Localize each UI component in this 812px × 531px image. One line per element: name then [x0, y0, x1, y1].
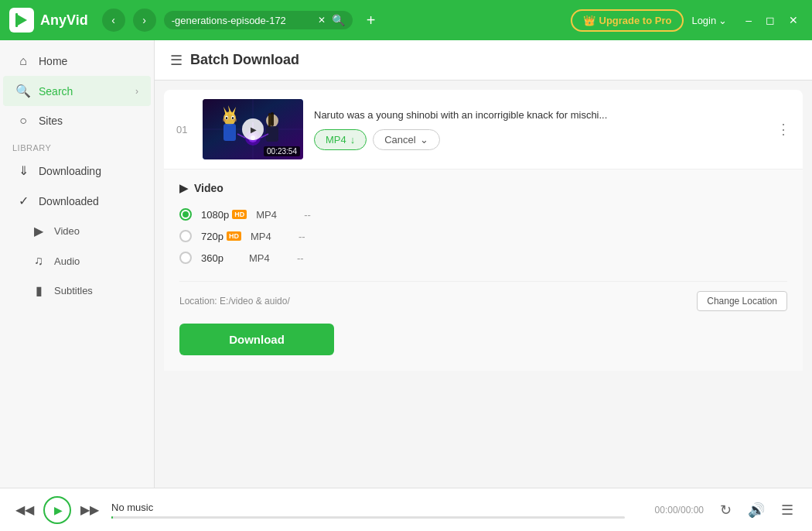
- login-button[interactable]: Login ⌄: [691, 15, 727, 26]
- svg-rect-20: [268, 113, 271, 127]
- track-name: No music: [111, 502, 625, 513]
- progress-fill: [111, 516, 113, 519]
- tab-text: -generations-episode-172: [172, 15, 312, 26]
- sidebar-downloaded-label: Downloaded: [39, 195, 138, 207]
- next-button[interactable]: ▶▶: [77, 498, 102, 522]
- sidebar-downloading-label: Downloading: [39, 165, 138, 177]
- format-button[interactable]: MP4 ↓: [314, 129, 367, 150]
- quality-label-720p: 720p HD: [201, 231, 241, 242]
- hd-badge-1080p: HD: [232, 210, 247, 219]
- player-bar: ◀◀ ▶ ▶▶ No music 00:00/00:00 ↻ 🔊 ☰: [0, 488, 812, 531]
- sidebar: ⌂ Home 🔍 Search › ○ Sites Library ⇓ Down…: [0, 40, 155, 488]
- video-icon: ▶: [31, 224, 46, 238]
- change-location-button[interactable]: Change Location: [697, 291, 787, 311]
- login-chevron-icon: ⌄: [718, 15, 727, 26]
- back-button[interactable]: ‹: [102, 9, 125, 32]
- sidebar-item-downloading[interactable]: ⇓ Downloading: [3, 156, 151, 186]
- batch-header: ☰ Batch Download: [155, 40, 812, 81]
- time-display: 00:00/00:00: [634, 505, 704, 516]
- logo-area: AnyVid: [9, 8, 88, 33]
- radio-360p[interactable]: [179, 252, 192, 264]
- quality-section-title: ▶ Video: [179, 182, 787, 194]
- quality-option-1080p[interactable]: 1080p HD MP4 --: [179, 204, 787, 225]
- size-1080p: --: [304, 209, 311, 221]
- play-pause-button[interactable]: ▶: [43, 496, 71, 524]
- player-right-controls: ↻ 🔊 ☰: [713, 498, 800, 522]
- cancel-chevron-icon: ⌄: [420, 134, 428, 146]
- thumb-duration: 00:23:54: [264, 146, 300, 156]
- sidebar-item-home[interactable]: ⌂ Home: [3, 46, 151, 76]
- location-bar: Location: E:/video & auido/ Change Locat…: [179, 281, 787, 311]
- playlist-button[interactable]: ☰: [775, 498, 800, 522]
- downloading-icon: ⇓: [15, 163, 31, 178]
- sidebar-item-audio[interactable]: ♫ Audio: [3, 246, 151, 276]
- app-name: AnyVid: [40, 12, 88, 29]
- radio-1080p[interactable]: [179, 208, 192, 221]
- progress-bar[interactable]: [111, 516, 625, 519]
- item-number: 01: [176, 124, 192, 135]
- sidebar-item-sites[interactable]: ○ Sites: [3, 106, 151, 135]
- maximize-button[interactable]: ◻: [761, 12, 780, 28]
- batch-icon: ☰: [170, 52, 183, 69]
- window-controls: – ◻ ✕: [741, 12, 803, 28]
- svg-point-12: [226, 117, 227, 119]
- sidebar-sites-label: Sites: [39, 115, 138, 127]
- crown-icon: 👑: [583, 15, 595, 26]
- player-controls: ◀◀ ▶ ▶▶: [12, 496, 102, 524]
- format-1080p: MP4: [256, 209, 295, 221]
- previous-button[interactable]: ◀◀: [12, 498, 37, 522]
- thumb-play-button[interactable]: ▶: [242, 118, 264, 140]
- download-button[interactable]: Download: [179, 324, 334, 355]
- svg-rect-21: [271, 112, 274, 126]
- search-arrow-icon: ›: [135, 86, 138, 97]
- video-item-header: 01: [164, 90, 803, 169]
- more-options-button[interactable]: ⋮: [776, 121, 790, 138]
- format-360p: MP4: [249, 252, 288, 264]
- repeat-button[interactable]: ↻: [713, 498, 738, 522]
- hd-badge-720p: HD: [227, 231, 241, 241]
- close-button[interactable]: ✕: [784, 12, 803, 28]
- quality-option-360p[interactable]: 360p MP4 --: [179, 247, 787, 269]
- format-label: MP4: [326, 134, 346, 146]
- sidebar-item-subtitles[interactable]: ▮ Subtitles: [3, 276, 151, 306]
- logo-icon: [9, 8, 34, 33]
- search-icon: 🔍: [15, 84, 31, 98]
- location-text: Location: E:/video & auido/: [179, 296, 290, 307]
- home-icon: ⌂: [15, 54, 31, 68]
- sidebar-item-video[interactable]: ▶ Video: [3, 216, 151, 246]
- library-section-label: Library: [0, 135, 154, 156]
- format-dropdown-icon: ↓: [350, 134, 356, 146]
- quality-label-360p: 360p: [201, 252, 240, 264]
- video-info: Naruto was a young shinobi with an incor…: [314, 108, 766, 149]
- minimize-button[interactable]: –: [741, 12, 756, 28]
- format-720p: MP4: [251, 231, 289, 242]
- sidebar-item-search[interactable]: 🔍 Search ›: [3, 76, 151, 106]
- titlebar: AnyVid ‹ › -generations-episode-172 ✕ 🔍 …: [0, 0, 812, 40]
- tab-close-button[interactable]: ✕: [318, 15, 326, 26]
- sidebar-audio-label: Audio: [54, 255, 138, 267]
- forward-button[interactable]: ›: [133, 9, 156, 32]
- add-tab-button[interactable]: +: [360, 9, 382, 31]
- svg-rect-6: [223, 124, 236, 141]
- batch-title: Batch Download: [190, 52, 299, 68]
- downloaded-icon: ✓: [15, 194, 31, 208]
- subtitles-icon: ▮: [31, 283, 46, 298]
- quality-option-720p[interactable]: 720p HD MP4 --: [179, 225, 787, 247]
- radio-720p[interactable]: [179, 230, 192, 242]
- cancel-button[interactable]: Cancel ⌄: [373, 129, 439, 150]
- tab-search-icon: 🔍: [332, 14, 345, 26]
- upgrade-label: Upgrade to Pro: [599, 15, 672, 26]
- sidebar-item-downloaded[interactable]: ✓ Downloaded: [3, 186, 151, 216]
- login-label: Login: [691, 15, 716, 26]
- svg-point-13: [232, 117, 234, 119]
- quality-dropdown-panel: ▶ Video 1080p HD MP4 --: [164, 169, 803, 371]
- sidebar-home-label: Home: [39, 55, 138, 67]
- volume-button[interactable]: 🔊: [744, 498, 769, 522]
- svg-marker-0: [16, 14, 27, 26]
- sites-icon: ○: [15, 114, 31, 128]
- quality-label-1080p: 1080p HD: [201, 209, 247, 221]
- content-area: ☰ Batch Download 01: [155, 40, 812, 488]
- main-area: ⌂ Home 🔍 Search › ○ Sites Library ⇓ Down…: [0, 40, 812, 488]
- upgrade-button[interactable]: 👑 Upgrade to Pro: [571, 9, 684, 32]
- cancel-label: Cancel: [384, 134, 415, 146]
